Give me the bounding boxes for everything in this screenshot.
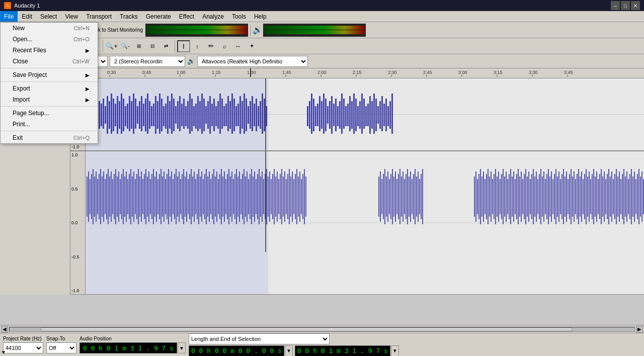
svg-rect-301 [283,176,284,217]
zoom-toggle-button[interactable]: ⇄ [159,40,173,52]
audio-pos-dropdown[interactable]: ▼ [178,342,186,353]
menu-select[interactable]: Select [36,11,61,22]
draw-tool-button[interactable]: ✏ [204,40,217,52]
fit-project-button[interactable]: ⊟ [146,40,159,52]
sel-start-dropdown[interactable]: ▼ [285,345,293,357]
svg-rect-250 [206,169,207,224]
timeline-ruler[interactable]: 0:15 0:30 0:45 1:00 1:15 1:30 1:45 2:00 [70,68,644,78]
menu-page-setup[interactable]: Page Setup... [1,108,98,119]
close-button[interactable]: ✕ [631,1,640,10]
svg-rect-415 [577,174,578,219]
svg-rect-114 [248,106,249,124]
maximize-button[interactable]: □ [621,1,630,10]
menu-recent-files[interactable]: Recent Files ▶ [1,45,98,56]
svg-rect-362 [497,176,498,217]
svg-rect-187 [111,171,112,222]
svg-rect-381 [525,169,526,224]
menu-import[interactable]: Import ▶ [1,94,98,105]
svg-rect-234 [182,174,183,219]
svg-rect-131 [321,101,323,129]
svg-rect-383 [528,171,529,222]
svg-rect-278 [248,179,249,214]
sel-end-time[interactable]: 0 0 h 0 1 m 3 1 . 9 7 s [295,345,390,357]
sel-start-time[interactable]: 0 0 h 0 0 m 0 0 . 0 0 s [189,345,284,357]
svg-rect-335 [406,174,407,219]
scroll-left-button[interactable]: ◀ [1,326,8,333]
scrollbar-thumb[interactable] [41,327,572,331]
timeshift-tool-button[interactable]: ↔ [231,40,245,52]
channels-select[interactable]: 2 (Stereo) Recordin [110,56,185,67]
menu-help[interactable]: Help [250,11,271,22]
svg-rect-119 [258,106,259,126]
svg-rect-314 [302,174,303,219]
audio-pos-text: 0 0 h 0 1 m 3 1 . 9 7 s [83,344,174,352]
menu-file[interactable]: File [0,11,18,22]
menu-exit[interactable]: Exit Ctrl+Q [1,132,98,143]
svg-rect-92 [203,99,205,131]
zoom-in-button[interactable]: 🔍+ [105,40,118,52]
svg-rect-272 [239,171,240,222]
svg-rect-212 [148,171,149,222]
output-meter[interactable] [263,24,366,37]
menu-close[interactable]: Close Ctrl+W [1,56,98,67]
svg-rect-76 [171,94,173,134]
svg-rect-45 [109,101,110,129]
menu-generate[interactable]: Generate [142,11,175,22]
svg-rect-93 [205,106,207,124]
menu-open[interactable]: Open... Ctrl+O [1,34,98,45]
selection-type-select[interactable]: Length and End of Selection [189,333,330,344]
svg-rect-442 [617,176,618,217]
snap-to-select[interactable]: Off [46,342,76,353]
zoom-tool-button[interactable]: ⌕ [218,40,231,52]
svg-rect-360 [494,174,495,219]
svg-rect-184 [106,174,107,219]
menu-export[interactable]: Export ▶ [1,83,98,94]
svg-rect-309 [295,174,296,219]
menu-new[interactable]: New Ctrl+N [1,23,98,34]
svg-rect-51 [121,94,122,134]
audio-position-time[interactable]: 0 0 h 0 1 m 3 1 . 9 7 s [79,342,177,353]
svg-rect-229 [174,174,175,219]
minimize-button[interactable]: – [611,1,620,10]
output-device-select[interactable]: Altavoces (Realtek High Definitio [197,56,308,67]
output-volume-icon[interactable]: 🔊 [253,25,263,35]
svg-rect-110 [239,96,241,134]
sel-end-dropdown[interactable]: ▼ [391,345,399,357]
track2-waveform-area[interactable]: 1.0 0.5 0.0 -0.5 -1.0 // Wi [70,151,644,295]
svg-rect-193 [120,179,121,214]
svg-rect-142 [343,99,345,129]
menu-save-project[interactable]: Save Project ▶ [1,69,98,80]
multitool-button[interactable]: ✦ [245,40,258,52]
menu-view[interactable]: View [61,11,82,22]
horizontal-scrollbar[interactable]: ◀ ▶ [0,325,644,333]
svg-rect-397 [549,176,550,217]
scrollbar-track[interactable] [9,327,635,332]
menu-transport[interactable]: Transport [82,11,116,22]
svg-rect-228 [173,179,174,214]
menu-analyze[interactable]: Analyze [198,11,228,22]
svg-rect-350 [478,174,479,219]
svg-rect-390 [539,174,540,219]
menu-effect[interactable]: Effect [175,11,198,22]
svg-rect-439 [613,179,614,214]
zoom-out-button[interactable]: 🔍- [119,40,132,52]
menu-print[interactable]: Print... [1,119,98,130]
scroll-right-button[interactable]: ▶ [636,326,643,333]
project-rate-select[interactable]: 44100 [3,342,43,353]
menu-edit[interactable]: Edit [18,11,36,22]
track1-waveform-area[interactable]: 1.0 0.0 -1.0 [70,78,644,151]
menu-tracks[interactable]: Tracks [116,11,142,22]
window-title: Audacity 1 [14,3,611,9]
svg-rect-132 [323,94,325,134]
svg-rect-152 [363,99,365,129]
svg-rect-44 [107,96,108,134]
svg-rect-376 [518,169,519,224]
fit-selection-button[interactable]: ⊞ [132,40,145,52]
input-meter[interactable] [145,24,248,37]
menu-tools[interactable]: Tools [228,11,250,22]
selection-tool-button[interactable]: I [177,40,190,52]
svg-text:2:15: 2:15 [353,70,362,75]
svg-rect-83 [185,106,187,126]
envelope-tool-button[interactable]: ↕ [191,40,204,52]
svg-rect-219 [159,174,160,219]
